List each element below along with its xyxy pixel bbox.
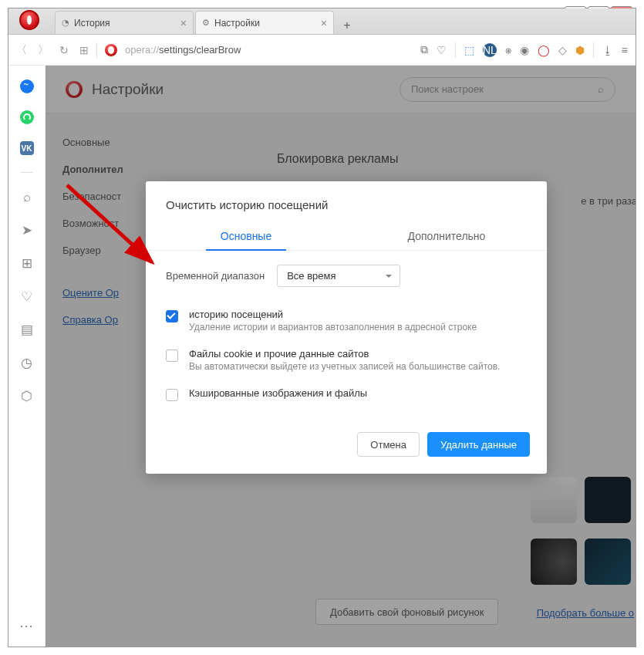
download-icon[interactable]: ⭳ xyxy=(602,44,613,56)
check-label: Кэшированные изображения и файлы xyxy=(189,387,367,399)
checkbox-history[interactable] xyxy=(166,310,178,322)
time-range-label: Временной диапазон xyxy=(166,270,265,282)
modal-title: Очистить историю посещений xyxy=(146,198,547,222)
tab-history[interactable]: ◔ История × xyxy=(55,11,194,34)
tab-settings[interactable]: ⚙ Настройки × xyxy=(195,11,334,34)
messenger-icon[interactable] xyxy=(20,79,34,93)
shield-icon[interactable]: ◉ xyxy=(520,44,529,56)
more-icon[interactable]: ⋯ xyxy=(19,617,35,634)
heart-icon[interactable]: ♡ xyxy=(21,289,32,305)
tab-strip: ◔ История × ⚙ Настройки × + xyxy=(8,8,636,35)
check-sublabel: Вы автоматически выйдете из учетных запи… xyxy=(189,361,500,372)
check-shield-icon[interactable]: ◇ xyxy=(558,44,567,56)
reload-button[interactable]: ↻ xyxy=(59,44,69,56)
gear-icon: ⚙ xyxy=(202,18,210,28)
checkbox-cache[interactable] xyxy=(166,389,178,401)
separator xyxy=(21,172,33,173)
left-rail: VK ⌕ ➤ ⊞ ♡ ▤ ◷ ⬡ ⋯ xyxy=(8,66,46,647)
speed-dial-button[interactable]: ⊞ xyxy=(79,44,89,56)
clear-history-modal: Очистить историю посещений Основные Допо… xyxy=(146,181,547,474)
opera-logo-icon xyxy=(105,44,117,56)
check-label: Файлы cookie и прочие данные сайтов xyxy=(189,348,500,360)
opera-menu-button[interactable] xyxy=(19,10,46,33)
cube-icon[interactable]: ⬡ xyxy=(21,388,32,404)
check-label: историю посещений xyxy=(189,309,477,320)
apps-icon[interactable]: ⊞ xyxy=(22,255,32,272)
nl-badge-icon[interactable]: NL xyxy=(483,43,497,57)
check-sublabel: Удаление истории и вариантов автозаполне… xyxy=(189,322,477,333)
modal-tab-basic[interactable]: Основные xyxy=(146,222,346,250)
clock-icon[interactable]: ◷ xyxy=(21,355,32,371)
back-button[interactable]: 〈 xyxy=(16,43,27,57)
separator xyxy=(593,42,594,58)
separator xyxy=(455,42,456,58)
translate-icon[interactable]: ⬚ xyxy=(464,44,474,56)
camera-icon[interactable]: ⧉ xyxy=(420,43,428,56)
forward-button[interactable]: 〉 xyxy=(38,43,49,57)
news-icon[interactable]: ▤ xyxy=(21,322,33,338)
checkbox-cookies[interactable] xyxy=(166,349,178,362)
whatsapp-icon[interactable] xyxy=(20,110,34,124)
close-icon[interactable]: × xyxy=(180,17,187,29)
cube-icon[interactable]: ⬢ xyxy=(575,44,585,56)
address-bar[interactable]: opera://settings/clearBrow xyxy=(125,44,241,56)
opera-ext-icon[interactable]: ◯ xyxy=(538,44,550,56)
modal-tab-advanced[interactable]: Дополнительно xyxy=(346,222,547,250)
new-tab-button[interactable]: + xyxy=(339,17,356,34)
cancel-button[interactable]: Отмена xyxy=(357,432,420,457)
heart-icon[interactable]: ♡ xyxy=(437,44,447,56)
time-range-select[interactable]: Все время xyxy=(277,265,400,287)
tab-settings-label: Настройки xyxy=(214,18,260,29)
clear-data-button[interactable]: Удалить данные xyxy=(427,432,530,457)
settings-page: Настройки Поиск настроек ⌕ Основные Допо… xyxy=(46,66,636,647)
close-icon[interactable]: × xyxy=(321,17,327,29)
search-icon[interactable]: ⌕ xyxy=(23,190,31,205)
clock-icon: ◔ xyxy=(62,18,69,28)
easy-setup-icon[interactable]: ≡ xyxy=(622,44,628,56)
separator xyxy=(96,42,97,58)
vk-icon[interactable]: VK xyxy=(20,141,34,155)
extension-icon[interactable]: ⎈ xyxy=(505,44,511,56)
opera-logo-icon xyxy=(19,10,39,30)
send-icon[interactable]: ➤ xyxy=(22,222,32,238)
tab-history-label: История xyxy=(74,18,110,29)
toolbar: 〈 〉 ↻ ⊞ opera://settings/clearBrow ⧉ ♡ ⬚… xyxy=(8,35,636,66)
